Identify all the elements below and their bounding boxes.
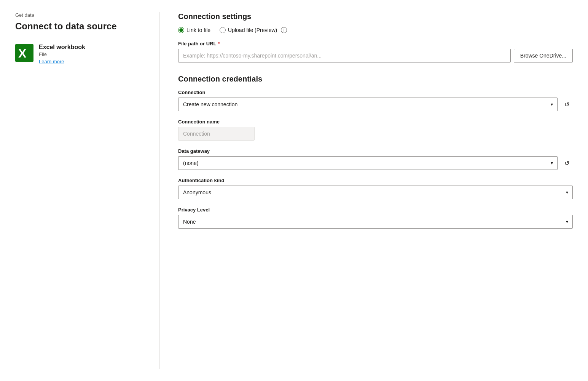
- link-to-file-radio[interactable]: [178, 27, 184, 33]
- connection-select-wrapper: Create new connection ▾: [178, 98, 558, 111]
- data-gateway-select-row: (none) ▾ ↺: [178, 156, 573, 170]
- privacy-level-label: Privacy Level: [178, 207, 573, 213]
- upload-file-option[interactable]: Upload file (Preview) i: [220, 27, 287, 33]
- file-path-input-row: Browse OneDrive...: [178, 49, 573, 62]
- left-panel: Get data Connect to data source X Excel …: [15, 12, 160, 369]
- file-path-label: File path or URL *: [178, 41, 573, 46]
- breadcrumb: Get data: [15, 12, 144, 18]
- connection-refresh-button[interactable]: ↺: [561, 98, 573, 110]
- file-source-radio-group: Link to file Upload file (Preview) i: [178, 27, 573, 33]
- file-path-input[interactable]: [178, 49, 511, 62]
- auth-kind-select[interactable]: Anonymous: [178, 186, 573, 199]
- refresh-icon: ↺: [564, 101, 569, 108]
- data-gateway-refresh-button[interactable]: ↺: [561, 157, 573, 169]
- connection-field-group: Connection Create new connection ▾ ↺: [178, 90, 573, 111]
- data-gateway-label: Data gateway: [178, 148, 573, 154]
- data-gateway-group: Data gateway (none) ▾ ↺: [178, 148, 573, 170]
- browse-onedrive-button[interactable]: Browse OneDrive...: [514, 49, 573, 62]
- connection-name-input[interactable]: [178, 127, 255, 141]
- auth-kind-label: Authentication kind: [178, 178, 573, 183]
- svg-text:X: X: [18, 46, 27, 60]
- upload-file-label: Upload file (Preview): [228, 27, 277, 33]
- right-panel: Connection settings Link to file Upload …: [160, 12, 573, 369]
- auth-kind-group: Authentication kind Anonymous ▾: [178, 178, 573, 199]
- learn-more-link[interactable]: Learn more: [39, 59, 85, 64]
- data-gateway-refresh-icon: ↺: [564, 160, 569, 167]
- source-card: X Excel workbook File Learn more: [15, 44, 144, 64]
- data-gateway-select-wrapper: (none) ▾: [178, 156, 558, 170]
- required-star: *: [218, 41, 220, 46]
- connection-settings-title: Connection settings: [178, 12, 573, 21]
- source-type: File: [39, 51, 85, 57]
- connection-select-row: Create new connection ▾ ↺: [178, 98, 573, 111]
- privacy-level-group: Privacy Level None ▾: [178, 207, 573, 229]
- credentials-section: Connection credentials Connection Create…: [178, 75, 573, 229]
- credentials-title: Connection credentials: [178, 75, 573, 83]
- upload-file-info-icon[interactable]: i: [281, 27, 287, 33]
- connection-select[interactable]: Create new connection: [178, 98, 558, 111]
- source-info: Excel workbook File Learn more: [39, 44, 85, 64]
- connection-name-group: Connection name: [178, 119, 573, 141]
- link-to-file-option[interactable]: Link to file: [178, 27, 210, 33]
- connection-label: Connection: [178, 90, 573, 95]
- connection-name-label: Connection name: [178, 119, 573, 125]
- page-title: Connect to data source: [15, 21, 144, 32]
- auth-kind-select-wrapper: Anonymous ▾: [178, 186, 573, 199]
- privacy-level-select[interactable]: None: [178, 215, 573, 229]
- privacy-level-select-wrapper: None ▾: [178, 215, 573, 229]
- data-gateway-select[interactable]: (none): [178, 156, 558, 170]
- upload-file-radio[interactable]: [220, 27, 226, 33]
- file-path-group: File path or URL * Browse OneDrive...: [178, 41, 573, 62]
- excel-icon: X: [15, 44, 33, 62]
- link-to-file-label: Link to file: [186, 27, 210, 33]
- source-name: Excel workbook: [39, 44, 85, 51]
